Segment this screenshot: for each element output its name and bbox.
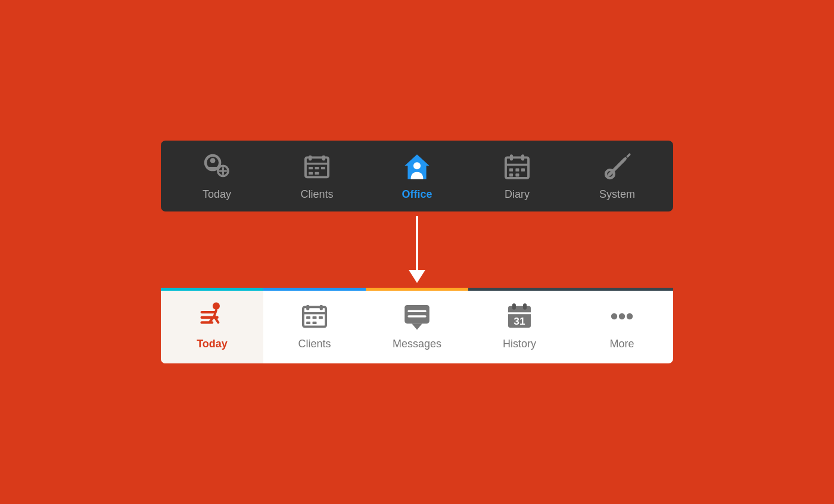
bottom-nav-more[interactable]: More <box>571 288 673 363</box>
svg-rect-44 <box>523 303 527 309</box>
bottom-nav-clients-label: Clients <box>298 338 331 350</box>
svg-rect-8 <box>315 167 319 169</box>
arrow-indicator <box>409 216 425 283</box>
svg-rect-43 <box>512 303 516 309</box>
top-nav-diary[interactable]: Diary <box>481 151 553 201</box>
system-icon-top <box>602 151 633 182</box>
svg-rect-21 <box>515 173 519 176</box>
bottom-nav-today-label: Today <box>197 338 228 350</box>
svg-point-1 <box>210 158 216 163</box>
svg-rect-18 <box>515 169 519 172</box>
svg-line-24 <box>620 158 626 164</box>
bottom-nav-today[interactable]: Today <box>161 288 263 363</box>
svg-rect-39 <box>404 305 430 323</box>
top-nav-system-label: System <box>599 188 635 201</box>
svg-rect-17 <box>509 169 513 172</box>
svg-point-26 <box>213 303 220 310</box>
arrow-head <box>409 270 425 283</box>
svg-point-12 <box>413 162 421 169</box>
top-navigation: Today Clients Office <box>161 141 673 211</box>
svg-rect-37 <box>306 322 310 324</box>
svg-rect-36 <box>319 316 323 319</box>
svg-rect-4 <box>309 155 312 161</box>
svg-rect-38 <box>313 322 317 324</box>
svg-rect-19 <box>521 169 525 172</box>
top-nav-today-label: Today <box>203 188 231 201</box>
svg-rect-11 <box>315 172 319 175</box>
top-nav-office-label: Office <box>402 188 432 201</box>
svg-rect-31 <box>306 305 309 310</box>
messages-icon <box>402 301 432 332</box>
top-nav-diary-label: Diary <box>505 188 530 201</box>
top-nav-today[interactable]: Today <box>181 151 253 201</box>
svg-rect-14 <box>510 154 513 160</box>
diary-icon-top <box>502 151 533 182</box>
svg-rect-7 <box>309 167 313 169</box>
bottom-nav-more-label: More <box>609 338 634 350</box>
svg-rect-5 <box>322 155 325 161</box>
today-icon <box>201 151 232 182</box>
more-icon <box>606 301 637 332</box>
office-icon-top <box>402 151 432 182</box>
today-run-icon <box>197 301 228 332</box>
svg-rect-15 <box>521 154 524 160</box>
svg-rect-9 <box>321 167 325 169</box>
svg-rect-34 <box>306 316 310 319</box>
top-nav-clients-label: Clients <box>300 188 333 201</box>
clients-icon-bottom <box>299 301 330 332</box>
top-nav-office[interactable]: Office <box>381 151 453 201</box>
svg-rect-35 <box>313 316 317 319</box>
top-nav-clients[interactable]: Clients <box>281 151 353 201</box>
svg-point-47 <box>611 313 617 319</box>
history-icon: 31 <box>504 301 535 332</box>
top-nav-system[interactable]: System <box>581 151 653 201</box>
bottom-nav-history[interactable]: 31 History <box>468 288 571 363</box>
bottom-navigation: Today Clients Messages <box>161 288 673 363</box>
bottom-nav-clients[interactable]: Clients <box>263 288 366 363</box>
svg-text:31: 31 <box>514 315 525 327</box>
svg-point-48 <box>619 313 625 319</box>
svg-line-25 <box>627 154 629 156</box>
bottom-nav-messages[interactable]: Messages <box>366 288 468 363</box>
svg-rect-20 <box>509 173 513 176</box>
svg-rect-32 <box>320 305 323 310</box>
clients-icon-top <box>301 151 332 182</box>
svg-rect-10 <box>309 172 313 175</box>
arrow-line <box>416 216 418 270</box>
bottom-nav-history-label: History <box>503 338 536 350</box>
bottom-nav-messages-label: Messages <box>393 338 441 350</box>
svg-point-49 <box>627 313 633 319</box>
